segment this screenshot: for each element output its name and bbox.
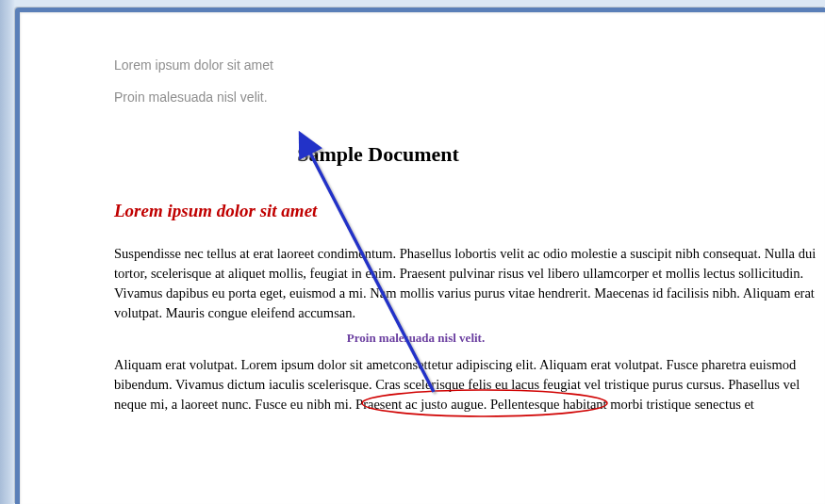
page-header-line-2: Proin malesuada nisl velit. [114,89,825,105]
page-header-line-1: Lorem ipsum dolor sit amet [114,57,825,73]
body-paragraph-2: Aliquam erat volutpat. Lorem ipsum dolor… [114,355,825,415]
section-heading: Lorem ipsum dolor sit amet [114,201,825,221]
document-title: Sample Document [76,142,680,167]
document-page[interactable]: Lorem ipsum dolor sit amet Proin malesua… [20,12,825,504]
callout-row: Proin malesuada nisl velit. [95,329,736,346]
body-paragraph-1: Suspendisse nec tellus at erat laoreet c… [114,244,825,323]
callout-text: Proin malesuada nisl velit. [347,331,485,345]
